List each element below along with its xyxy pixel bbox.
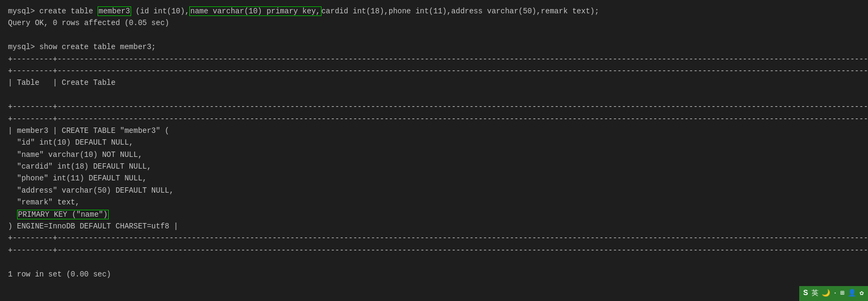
affected-text: affected: [84, 19, 120, 27]
separator-bot-1: +---------+-----------------------------…: [8, 232, 860, 244]
primary-key-highlight: PRIMARY KEY ("name"): [17, 210, 109, 219]
status-settings: ✿: [859, 288, 864, 299]
data-row-engine: ) ENGINE=InnoDB DEFAULT CHARSET=utf8 |: [8, 220, 860, 232]
status-moon: 🌙: [822, 288, 830, 299]
row-count-line: 1 row in set (0.00 sec): [8, 268, 860, 280]
separator-mid-1: +---------+-----------------------------…: [8, 101, 860, 113]
status-lang: 英: [811, 288, 818, 299]
blank-line-3: [8, 256, 860, 268]
show-create-command: mysql> show create table member3;: [8, 41, 860, 53]
data-row-4: "cardid" int(18) DEFAULT NULL,: [8, 161, 860, 172]
status-s-icon: S: [803, 287, 808, 300]
blank-line-2: [8, 89, 860, 101]
command-line-1: mysql> create table member3 (id int(10),…: [8, 5, 860, 17]
data-row-primary-key: PRIMARY KEY ("name"): [8, 209, 860, 220]
status-dot: ·: [833, 288, 838, 299]
query-ok-line: Query OK, 0 rows affected (0.05 sec): [8, 17, 860, 29]
data-row-7: "remark" text,: [8, 196, 860, 208]
highlight-member3: member3: [98, 6, 131, 16]
data-row-1: | member3 | CREATE TABLE "member3" (: [8, 125, 860, 137]
data-row-2: "id" int(10) DEFAULT NULL,: [8, 137, 860, 148]
separator-bot-2: +---------+-----------------------------…: [8, 244, 860, 256]
data-row-3: "name" varchar(10) NOT NULL,: [8, 149, 860, 161]
separator-top-1: +---------+-----------------------------…: [8, 53, 860, 65]
create-table-header: Create Table: [62, 78, 116, 87]
blank-line-1: [8, 29, 860, 41]
terminal-window: mysql> create table member3 (id int(10),…: [8, 5, 860, 296]
status-user: 👤: [848, 288, 856, 299]
highlight-name-primary: name varchar(10) primary key,: [189, 6, 322, 16]
separator-top-2: +---------+-----------------------------…: [8, 65, 860, 77]
status-grid: ⊞: [840, 288, 845, 299]
status-bar: S 英 🌙 · ⊞ 👤 ✿: [799, 286, 868, 301]
data-row-5: "phone" int(11) DEFAULT NULL,: [8, 172, 860, 184]
data-row-6: "address" varchar(50) DEFAULT NULL,: [8, 185, 860, 196]
table-header-row: | Table | Create Table: [8, 77, 860, 89]
separator-mid-2: +---------+-----------------------------…: [8, 113, 860, 125]
